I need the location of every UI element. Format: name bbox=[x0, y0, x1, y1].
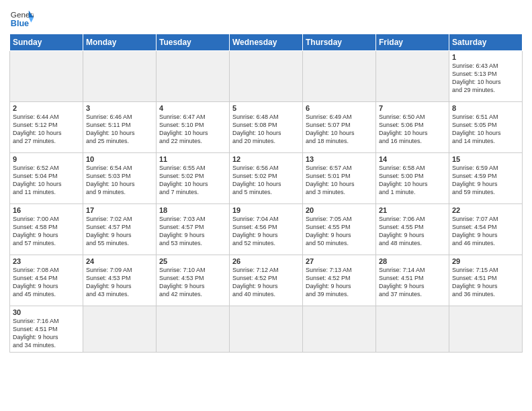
calendar-cell: 10Sunrise: 6:54 AM Sunset: 5:03 PM Dayli… bbox=[83, 153, 157, 204]
page: General Blue SundayMondayTuesdayWednesda… bbox=[0, 0, 532, 411]
calendar-cell bbox=[230, 306, 303, 353]
calendar-week-5: 23Sunrise: 7:08 AM Sunset: 4:54 PM Dayli… bbox=[10, 255, 523, 306]
calendar-cell: 25Sunrise: 7:10 AM Sunset: 4:53 PM Dayli… bbox=[157, 255, 230, 306]
calendar-week-2: 2Sunrise: 6:44 AM Sunset: 5:12 PM Daylig… bbox=[10, 102, 523, 153]
day-number: 18 bbox=[159, 206, 226, 214]
day-info: Sunrise: 7:16 AM Sunset: 4:51 PM Dayligh… bbox=[13, 317, 80, 350]
col-header-monday: Monday bbox=[83, 34, 157, 51]
col-header-wednesday: Wednesday bbox=[230, 34, 303, 51]
day-info: Sunrise: 6:54 AM Sunset: 5:03 PM Dayligh… bbox=[86, 164, 153, 197]
calendar-cell bbox=[83, 51, 157, 102]
day-info: Sunrise: 7:00 AM Sunset: 4:58 PM Dayligh… bbox=[13, 215, 80, 248]
calendar-cell bbox=[157, 306, 230, 353]
calendar-cell: 18Sunrise: 7:03 AM Sunset: 4:57 PM Dayli… bbox=[157, 204, 230, 255]
calendar-week-4: 16Sunrise: 7:00 AM Sunset: 4:58 PM Dayli… bbox=[10, 204, 523, 255]
day-number: 25 bbox=[159, 257, 226, 265]
calendar-cell: 30Sunrise: 7:16 AM Sunset: 4:51 PM Dayli… bbox=[10, 306, 83, 353]
svg-text:Blue: Blue bbox=[11, 19, 29, 28]
calendar-cell: 28Sunrise: 7:14 AM Sunset: 4:51 PM Dayli… bbox=[376, 255, 449, 306]
calendar-cell bbox=[83, 306, 157, 353]
day-number: 13 bbox=[306, 155, 373, 163]
day-info: Sunrise: 6:44 AM Sunset: 5:12 PM Dayligh… bbox=[13, 113, 80, 146]
calendar-cell: 8Sunrise: 6:51 AM Sunset: 5:05 PM Daylig… bbox=[449, 102, 523, 153]
day-info: Sunrise: 6:56 AM Sunset: 5:02 PM Dayligh… bbox=[232, 164, 300, 197]
day-number: 21 bbox=[379, 206, 446, 214]
day-number: 8 bbox=[452, 104, 519, 112]
day-info: Sunrise: 7:09 AM Sunset: 4:53 PM Dayligh… bbox=[86, 266, 153, 299]
calendar-header-row: SundayMondayTuesdayWednesdayThursdayFrid… bbox=[10, 34, 523, 51]
calendar-cell: 3Sunrise: 6:46 AM Sunset: 5:11 PM Daylig… bbox=[83, 102, 157, 153]
day-info: Sunrise: 6:55 AM Sunset: 5:02 PM Dayligh… bbox=[159, 164, 226, 197]
day-info: Sunrise: 6:47 AM Sunset: 5:10 PM Dayligh… bbox=[159, 113, 226, 146]
col-header-saturday: Saturday bbox=[449, 34, 523, 51]
day-info: Sunrise: 6:50 AM Sunset: 5:06 PM Dayligh… bbox=[379, 113, 446, 146]
day-info: Sunrise: 7:02 AM Sunset: 4:57 PM Dayligh… bbox=[86, 215, 153, 248]
day-number: 11 bbox=[159, 155, 226, 163]
day-info: Sunrise: 7:14 AM Sunset: 4:51 PM Dayligh… bbox=[379, 266, 446, 299]
day-info: Sunrise: 6:49 AM Sunset: 5:07 PM Dayligh… bbox=[306, 113, 373, 146]
calendar-cell bbox=[157, 51, 230, 102]
calendar-cell: 6Sunrise: 6:49 AM Sunset: 5:07 PM Daylig… bbox=[303, 102, 376, 153]
calendar-cell: 29Sunrise: 7:15 AM Sunset: 4:51 PM Dayli… bbox=[449, 255, 523, 306]
calendar-cell: 15Sunrise: 6:59 AM Sunset: 4:59 PM Dayli… bbox=[449, 153, 523, 204]
svg-marker-3 bbox=[29, 17, 34, 22]
day-info: Sunrise: 7:04 AM Sunset: 4:56 PM Dayligh… bbox=[232, 215, 300, 248]
calendar-cell: 13Sunrise: 6:57 AM Sunset: 5:01 PM Dayli… bbox=[303, 153, 376, 204]
day-info: Sunrise: 7:08 AM Sunset: 4:54 PM Dayligh… bbox=[13, 266, 80, 299]
calendar-cell: 16Sunrise: 7:00 AM Sunset: 4:58 PM Dayli… bbox=[10, 204, 83, 255]
day-info: Sunrise: 6:57 AM Sunset: 5:01 PM Dayligh… bbox=[306, 164, 373, 197]
day-number: 22 bbox=[452, 206, 519, 214]
day-number: 26 bbox=[232, 257, 300, 265]
calendar: SundayMondayTuesdayWednesdayThursdayFrid… bbox=[9, 34, 523, 353]
col-header-friday: Friday bbox=[376, 34, 449, 51]
calendar-cell: 2Sunrise: 6:44 AM Sunset: 5:12 PM Daylig… bbox=[10, 102, 83, 153]
day-number: 15 bbox=[452, 155, 519, 163]
calendar-cell bbox=[10, 51, 83, 102]
calendar-cell: 22Sunrise: 7:07 AM Sunset: 4:54 PM Dayli… bbox=[449, 204, 523, 255]
day-number: 20 bbox=[306, 206, 373, 214]
calendar-cell: 12Sunrise: 6:56 AM Sunset: 5:02 PM Dayli… bbox=[230, 153, 303, 204]
day-info: Sunrise: 6:46 AM Sunset: 5:11 PM Dayligh… bbox=[86, 113, 153, 146]
header: General Blue bbox=[9, 7, 523, 31]
calendar-cell bbox=[376, 51, 449, 102]
calendar-cell: 9Sunrise: 6:52 AM Sunset: 5:04 PM Daylig… bbox=[10, 153, 83, 204]
day-number: 19 bbox=[232, 206, 300, 214]
day-info: Sunrise: 6:52 AM Sunset: 5:04 PM Dayligh… bbox=[13, 164, 80, 197]
day-number: 5 bbox=[232, 104, 300, 112]
day-number: 1 bbox=[452, 53, 519, 61]
day-number: 28 bbox=[379, 257, 446, 265]
calendar-cell: 26Sunrise: 7:12 AM Sunset: 4:52 PM Dayli… bbox=[230, 255, 303, 306]
calendar-cell: 23Sunrise: 7:08 AM Sunset: 4:54 PM Dayli… bbox=[10, 255, 83, 306]
calendar-cell: 27Sunrise: 7:13 AM Sunset: 4:52 PM Dayli… bbox=[303, 255, 376, 306]
calendar-week-1: 1Sunrise: 6:43 AM Sunset: 5:13 PM Daylig… bbox=[10, 51, 523, 102]
day-info: Sunrise: 7:03 AM Sunset: 4:57 PM Dayligh… bbox=[159, 215, 226, 248]
day-number: 14 bbox=[379, 155, 446, 163]
day-number: 16 bbox=[13, 206, 80, 214]
day-number: 30 bbox=[13, 308, 80, 316]
day-number: 7 bbox=[379, 104, 446, 112]
calendar-cell bbox=[230, 51, 303, 102]
day-number: 27 bbox=[306, 257, 373, 265]
day-number: 23 bbox=[13, 257, 80, 265]
day-number: 29 bbox=[452, 257, 519, 265]
logo-icon: General Blue bbox=[9, 7, 34, 31]
calendar-cell: 14Sunrise: 6:58 AM Sunset: 5:00 PM Dayli… bbox=[376, 153, 449, 204]
calendar-week-3: 9Sunrise: 6:52 AM Sunset: 5:04 PM Daylig… bbox=[10, 153, 523, 204]
calendar-week-6: 30Sunrise: 7:16 AM Sunset: 4:51 PM Dayli… bbox=[10, 306, 523, 353]
day-info: Sunrise: 6:51 AM Sunset: 5:05 PM Dayligh… bbox=[452, 113, 519, 146]
day-number: 3 bbox=[86, 104, 153, 112]
day-info: Sunrise: 7:06 AM Sunset: 4:55 PM Dayligh… bbox=[379, 215, 446, 248]
calendar-cell bbox=[303, 51, 376, 102]
day-info: Sunrise: 7:05 AM Sunset: 4:55 PM Dayligh… bbox=[306, 215, 373, 248]
day-number: 24 bbox=[86, 257, 153, 265]
day-info: Sunrise: 6:48 AM Sunset: 5:08 PM Dayligh… bbox=[232, 113, 300, 146]
calendar-cell: 20Sunrise: 7:05 AM Sunset: 4:55 PM Dayli… bbox=[303, 204, 376, 255]
day-info: Sunrise: 6:58 AM Sunset: 5:00 PM Dayligh… bbox=[379, 164, 446, 197]
day-number: 6 bbox=[306, 104, 373, 112]
calendar-cell bbox=[376, 306, 449, 353]
calendar-cell: 17Sunrise: 7:02 AM Sunset: 4:57 PM Dayli… bbox=[83, 204, 157, 255]
day-number: 4 bbox=[159, 104, 226, 112]
col-header-sunday: Sunday bbox=[10, 34, 83, 51]
day-number: 12 bbox=[232, 155, 300, 163]
day-info: Sunrise: 6:43 AM Sunset: 5:13 PM Dayligh… bbox=[452, 62, 519, 95]
